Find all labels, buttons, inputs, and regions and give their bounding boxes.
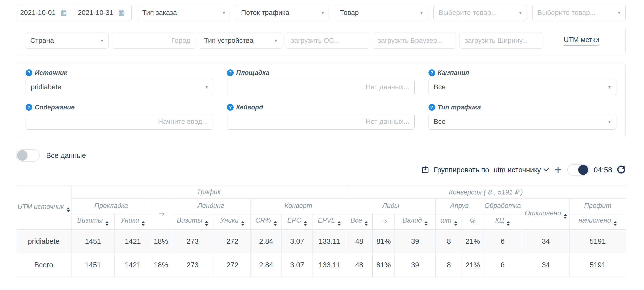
group-by-label: Группировать по bbox=[434, 166, 489, 174]
conversion-suffix: , 5191 ₽ ) bbox=[494, 188, 523, 196]
col-header-leads-all[interactable]: Все bbox=[346, 213, 373, 230]
refresh-button[interactable] bbox=[617, 165, 626, 174]
traffic-type-field-group: ? Тип трафика Все ▾ bbox=[428, 103, 616, 129]
browser-input[interactable] bbox=[378, 33, 451, 48]
cell-rejected[interactable]: 34 bbox=[522, 230, 570, 253]
col-header-utm-source[interactable]: UTM источник bbox=[16, 186, 72, 230]
col-header-epc[interactable]: EPC bbox=[282, 213, 313, 230]
cell-epc: 3.07 bbox=[282, 230, 313, 253]
group-header-processing: Обработка bbox=[483, 199, 522, 213]
col-header-cr[interactable]: CR% bbox=[251, 213, 282, 230]
arrow-icon: ⇒ bbox=[381, 218, 386, 225]
date-from-input[interactable] bbox=[20, 5, 57, 20]
toggle-knob bbox=[17, 150, 28, 161]
date-from-field[interactable] bbox=[16, 5, 74, 20]
col-header-rejected[interactable]: Отклонено bbox=[522, 199, 570, 230]
city-input[interactable] bbox=[117, 33, 190, 48]
calendar-icon[interactable] bbox=[118, 9, 125, 17]
cell-epvl: 133.11 bbox=[313, 230, 346, 253]
help-icon[interactable]: ? bbox=[227, 104, 234, 111]
keyword-input[interactable] bbox=[232, 114, 409, 129]
col-header-padding-cr: ⇒ bbox=[151, 199, 171, 230]
cr-header-label: CR% bbox=[255, 217, 271, 224]
help-icon[interactable]: ? bbox=[26, 104, 32, 111]
cell-leads-valid[interactable]: 39 bbox=[395, 230, 436, 253]
cell-epc: 3.07 bbox=[282, 253, 313, 277]
col-header-accrued[interactable]: начислено bbox=[570, 213, 626, 230]
campaign-select[interactable]: Все ▾ bbox=[428, 79, 616, 95]
sort-icon bbox=[424, 221, 428, 226]
content-input[interactable] bbox=[31, 114, 208, 129]
conversion-header: Конверсия ( 8 , 5191 ₽ ) bbox=[449, 188, 523, 196]
width-field[interactable] bbox=[460, 33, 543, 49]
choose-product-value-2: Выберите товар... bbox=[538, 9, 596, 17]
header-row-groups: UTM источник Трафик Конверсия ( 8 , 5191… bbox=[16, 186, 626, 199]
calendar-icon[interactable] bbox=[60, 9, 67, 17]
group-insert-icon[interactable] bbox=[421, 166, 429, 174]
cell-kc[interactable]: 6 bbox=[483, 230, 522, 253]
all-header-label: Все bbox=[350, 217, 362, 224]
help-icon[interactable]: ? bbox=[227, 69, 234, 76]
platform-field[interactable] bbox=[227, 79, 414, 95]
help-icon[interactable]: ? bbox=[26, 69, 32, 76]
col-header-padding-uniques[interactable]: Уники bbox=[115, 213, 151, 230]
add-group-button[interactable]: + bbox=[554, 164, 563, 176]
browser-field[interactable] bbox=[373, 33, 456, 49]
device-type-select[interactable]: Тип устройства ▾ bbox=[199, 33, 282, 49]
width-input[interactable] bbox=[465, 33, 538, 48]
col-header-leads-cr: ⇒ bbox=[373, 213, 395, 230]
traffic-type-select[interactable]: Все ▾ bbox=[428, 114, 616, 129]
choose-product-select-2[interactable]: Выберите товар... ▾ bbox=[532, 5, 626, 20]
cell-land-uniques: 272 bbox=[214, 253, 251, 277]
rejected-header-label: Отклонено bbox=[524, 209, 561, 217]
source-select[interactable]: pridiabete ▾ bbox=[26, 79, 213, 95]
os-input[interactable] bbox=[291, 33, 364, 48]
source-value: pridiabete bbox=[31, 83, 61, 91]
cell-leads-all[interactable]: 48 bbox=[346, 230, 373, 253]
platform-input[interactable] bbox=[232, 79, 409, 95]
cell-approve-count[interactable]: 8 bbox=[436, 230, 462, 253]
group-by-select[interactable]: utm источнику bbox=[494, 166, 549, 174]
profit-group-label: Профит bbox=[584, 202, 612, 209]
col-header-landing-visits[interactable]: Визиты bbox=[171, 213, 214, 230]
col-header-padding-visits[interactable]: Визиты bbox=[72, 213, 115, 230]
all-data-toggle[interactable] bbox=[16, 149, 40, 162]
all-data-label: Все данные bbox=[46, 152, 86, 160]
content-field[interactable] bbox=[26, 114, 213, 129]
utm-tags-link[interactable]: UTM метки bbox=[564, 36, 599, 46]
sort-icon bbox=[564, 214, 567, 219]
product-select[interactable]: Товар ▾ bbox=[335, 5, 428, 20]
col-header-kc[interactable]: КЦ bbox=[483, 213, 522, 230]
col-header-approve-count[interactable]: шт bbox=[436, 213, 462, 230]
city-field[interactable] bbox=[112, 33, 196, 49]
source-label-row: ? Источник bbox=[26, 69, 213, 77]
col-header-leads-valid[interactable]: Валид bbox=[395, 213, 436, 230]
choose-product-select-1[interactable]: Выберите товар... ▾ bbox=[434, 5, 527, 20]
help-icon[interactable]: ? bbox=[428, 104, 435, 111]
os-field[interactable] bbox=[286, 33, 369, 49]
group-header-leads: Лиды bbox=[346, 199, 436, 213]
geo-filter-panel: Страна ▾ Тип устройства ▾ UTM метки bbox=[16, 27, 626, 54]
traffic-flow-select[interactable]: Поток трафика ▾ bbox=[236, 5, 329, 20]
convert-group-label: Конверт bbox=[284, 202, 312, 209]
processing-group-label: Обработка bbox=[484, 202, 521, 209]
choose-product-value-1: Выберите товар... bbox=[439, 9, 497, 17]
date-to-field[interactable] bbox=[74, 5, 132, 20]
order-type-select[interactable]: Тип заказа ▾ bbox=[137, 5, 230, 20]
date-to-input[interactable] bbox=[78, 5, 115, 20]
campaign-field-group: ? Кампания Все ▾ bbox=[428, 69, 616, 95]
cell-land-visits: 273 bbox=[171, 230, 214, 253]
table-row-total: Всего 1451 1421 18% 273 272 2.84 3.07 13… bbox=[16, 253, 626, 277]
help-icon[interactable]: ? bbox=[428, 69, 435, 76]
country-select[interactable]: Страна ▾ bbox=[25, 33, 108, 49]
keyword-field[interactable] bbox=[227, 114, 414, 129]
col-header-epvl[interactable]: EPVL bbox=[313, 213, 346, 230]
traffic-type-label: Тип трафика bbox=[438, 103, 481, 111]
sort-icon bbox=[205, 221, 208, 226]
col-header-landing-uniques[interactable]: Уники bbox=[214, 213, 251, 230]
padding-group-label: Прокладка bbox=[94, 202, 128, 209]
source-label: Источник bbox=[35, 69, 67, 77]
col-header-approve-pct: % bbox=[462, 213, 483, 230]
product-value: Товар bbox=[340, 9, 359, 17]
auto-refresh-toggle[interactable] bbox=[567, 164, 589, 176]
